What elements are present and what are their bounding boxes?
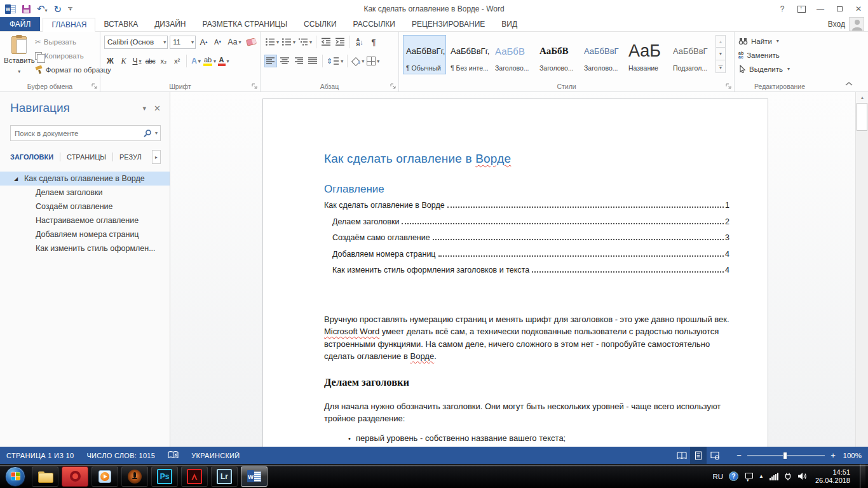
nav-heading-item[interactable]: Делаем заголовки [0, 186, 170, 200]
paste-dropdown[interactable] [18, 64, 20, 76]
nav-heading-item[interactable]: Как изменить стиль оформлен... [0, 241, 170, 255]
show-hidden-icons-button[interactable]: ▲ [759, 473, 764, 479]
bold-button[interactable]: Ж [104, 55, 116, 67]
paragraph-dialog-launcher[interactable] [390, 83, 397, 90]
tab-file[interactable]: ФАЙЛ [0, 17, 40, 31]
decrease-indent-button[interactable] [320, 36, 332, 48]
zoom-slider[interactable] [747, 455, 825, 456]
heading-delaem-zagolovki[interactable]: Делаем заголовки [324, 376, 729, 389]
shading-button[interactable] [351, 55, 365, 67]
taskbar-lightroom-button[interactable]: Lr [211, 466, 238, 487]
tab-home[interactable]: ГЛАВНАЯ [43, 18, 95, 32]
network-signal-icon[interactable] [770, 473, 778, 480]
undo-button[interactable]: ↶▾ [37, 3, 48, 15]
font-color-button[interactable]: А [217, 55, 229, 67]
tab-insert[interactable]: ВСТАВКА [95, 17, 146, 31]
help-tray-icon[interactable]: ? [729, 471, 738, 481]
collapse-ribbon-button[interactable] [844, 80, 854, 88]
select-button[interactable]: Выделить [738, 62, 822, 76]
collapse-triangle-icon[interactable]: ◢ [14, 175, 18, 184]
align-left-button[interactable] [264, 55, 277, 67]
style-subtitle[interactable]: АаБбВвГПодзагол... [670, 35, 713, 74]
font-dialog-launcher[interactable] [252, 83, 258, 90]
tab-mailings[interactable]: РАССЫЛКИ [345, 17, 403, 31]
justify-button[interactable] [306, 55, 319, 67]
highlight-button[interactable]: ab [203, 55, 216, 67]
nav-heading-item[interactable]: Добавляем номера страниц [0, 227, 170, 241]
shrink-font-button[interactable]: А▾ [212, 36, 224, 48]
navigation-close-button[interactable]: ✕ [154, 104, 161, 113]
body-paragraph[interactable]: Для начала нужно обозначить заголовки. О… [324, 400, 729, 425]
zoom-slider-thumb[interactable] [783, 452, 787, 459]
search-icon[interactable] [143, 129, 152, 138]
style-normal[interactable]: АаБбВвГг,¶ Обычный [403, 35, 446, 74]
paste-button[interactable]: Вставить [4, 34, 35, 81]
clipboard-dialog-launcher[interactable] [92, 83, 98, 90]
taskbar-acrobat-button[interactable] [181, 466, 208, 487]
vertical-scrollbar[interactable]: ▲ [855, 92, 868, 447]
page-indicator[interactable]: СТРАНИЦА 1 ИЗ 10 [0, 452, 80, 459]
close-button[interactable]: ✕ [849, 0, 868, 18]
subscript-button[interactable]: x₂ [158, 55, 170, 67]
search-input[interactable] [15, 130, 143, 137]
scrollbar-thumb[interactable] [857, 103, 867, 131]
copy-button[interactable]: Копировать [35, 49, 111, 62]
find-button[interactable]: Найти [738, 34, 822, 48]
toc-entry[interactable]: Делаем заголовки2 [324, 217, 729, 234]
taskbar-opera-button[interactable] [62, 466, 88, 487]
minimize-button[interactable]: — [811, 0, 830, 18]
zoom-out-button[interactable]: − [733, 451, 745, 460]
avatar[interactable] [849, 17, 864, 31]
tab-review[interactable]: РЕЦЕНЗИРОВАНИЕ [403, 17, 493, 31]
taskbar-photoshop-button[interactable]: Ps [151, 466, 178, 487]
taskbar-clock[interactable]: 14:5126.04.2018 [813, 468, 850, 485]
tab-page-layout[interactable]: РАЗМЕТКА СТРАНИЦЫ [194, 17, 296, 31]
show-desktop-button[interactable] [860, 464, 865, 488]
redo-button[interactable]: ↻ [54, 5, 62, 13]
nav-tab-pages[interactable]: СТРАНИЦЫ [67, 151, 106, 163]
language-switcher[interactable]: RU [712, 473, 723, 480]
grow-font-button[interactable]: А▴ [198, 36, 210, 48]
save-button[interactable] [22, 5, 31, 13]
style-heading1[interactable]: АаБбВЗаголово... [492, 35, 535, 74]
zoom-in-button[interactable]: + [827, 451, 839, 460]
zoom-level[interactable]: 100% [839, 452, 868, 459]
nav-tab-headings[interactable]: ЗАГОЛОВКИ [10, 151, 53, 163]
nav-heading-item[interactable]: ◢Как сделать оглавление в Ворде [0, 172, 170, 186]
proofing-status-button[interactable] [161, 451, 185, 460]
nav-heading-item[interactable]: Создаём оглавление [0, 200, 170, 214]
taskbar-recorder-button[interactable] [121, 466, 148, 487]
style-title[interactable]: АаБНазвание [625, 35, 668, 74]
bullet-item[interactable]: •первый уровень - собственно название ва… [324, 431, 729, 445]
power-plug-icon[interactable] [784, 472, 792, 480]
numbering-button[interactable] [281, 36, 296, 48]
search-options-dropdown[interactable]: ▾ [155, 130, 158, 136]
style-heading3[interactable]: АаБбВвГЗаголово... [581, 35, 624, 74]
web-layout-button[interactable] [707, 447, 723, 464]
strikethrough-button[interactable]: abc [144, 55, 156, 67]
style-heading2[interactable]: АаБбВЗаголово... [536, 35, 580, 74]
borders-button[interactable] [366, 55, 380, 67]
text-effects-button[interactable]: А [190, 55, 202, 67]
clear-formatting-button[interactable] [245, 36, 257, 48]
speaker-icon[interactable] [797, 472, 807, 480]
styles-dialog-launcher[interactable] [726, 83, 732, 90]
show-hide-marks-button[interactable]: ¶ [367, 36, 380, 48]
superscript-button[interactable]: x² [171, 55, 183, 67]
tab-design[interactable]: ДИЗАЙН [146, 17, 194, 31]
bullets-button[interactable] [264, 36, 280, 48]
tab-references[interactable]: ССЫЛКИ [295, 17, 344, 31]
help-button[interactable]: ? [773, 0, 792, 18]
style-no-spacing[interactable]: АаБбВвГг,¶ Без инте... [447, 35, 491, 74]
navigation-options-dropdown[interactable]: ▾ [143, 104, 147, 112]
align-right-button[interactable] [292, 55, 305, 67]
display-tray-icon[interactable] [744, 473, 753, 480]
italic-button[interactable]: К [118, 55, 130, 67]
toc-entry[interactable]: Как сделать оглавление в Ворде1 [324, 201, 729, 217]
word-count[interactable]: ЧИСЛО СЛОВ: 1015 [80, 452, 161, 459]
document-page[interactable]: Как сделать оглавление в Ворде Оглавлени… [262, 98, 768, 447]
language-indicator[interactable]: УКРАИНСКИЙ [185, 452, 246, 459]
multilevel-list-button[interactable] [297, 36, 313, 48]
format-painter-button[interactable]: Формат по образцу [35, 63, 111, 76]
tab-view[interactable]: ВИД [493, 17, 526, 31]
